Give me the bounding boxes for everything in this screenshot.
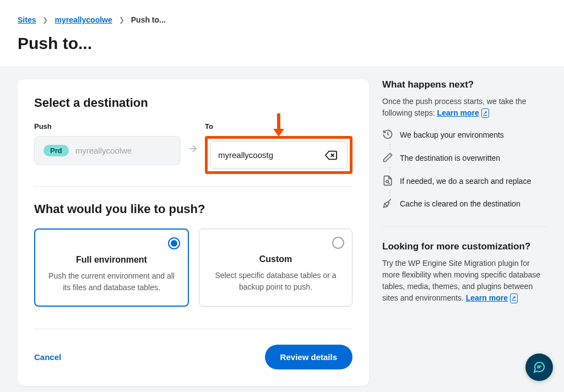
chevron-right-icon: ❯ xyxy=(119,16,124,24)
divider xyxy=(34,186,352,187)
push-label: Push xyxy=(34,122,181,130)
chevron-right-icon: ❯ xyxy=(42,16,48,24)
step-overwrite: The destination is overwritten xyxy=(382,152,546,165)
push-what-heading: What would you like to push? xyxy=(34,202,352,216)
pencil-icon xyxy=(382,152,393,165)
option-custom[interactable]: Custom Select specific database tables o… xyxy=(199,228,352,307)
what-happens-next-title: What happens next? xyxy=(382,79,546,90)
breadcrumb-current: Push to... xyxy=(131,15,166,24)
history-icon xyxy=(382,129,393,142)
customization-title: Looking for more customization? xyxy=(382,241,546,252)
option-full-title: Full environment xyxy=(48,255,175,265)
cancel-button[interactable]: Cancel xyxy=(34,352,61,362)
step-backup: We backup your environments xyxy=(382,129,546,142)
page-title: Push to... xyxy=(18,34,546,53)
chat-fab-button[interactable] xyxy=(525,353,553,381)
annotation-arrow-down-icon xyxy=(271,112,286,139)
review-details-button[interactable]: Review details xyxy=(265,345,352,369)
external-link-icon: ↗ xyxy=(510,293,518,303)
option-custom-desc: Select specific database tables or a bac… xyxy=(213,270,339,293)
source-environment-box: Prd myreallycoolwe xyxy=(34,136,181,165)
chat-icon xyxy=(533,361,546,374)
destination-heading: Select a destination xyxy=(34,96,352,110)
sidebar: What happens next? Once the push process… xyxy=(382,79,546,314)
learn-more-link-2[interactable]: Learn more ↗ xyxy=(466,292,518,304)
radio-unselected-icon xyxy=(332,237,344,249)
step-text: We backup your environments xyxy=(400,129,504,141)
divider xyxy=(382,226,546,227)
customization-desc: Try the WP Engine Site Migration plugin … xyxy=(382,258,546,304)
main-card: Select a destination Push Prd myreallyco… xyxy=(18,79,369,386)
step-text: If needed, we do a search and replace xyxy=(400,175,531,187)
breadcrumb: Sites ❯ myreallycoolwe ❯ Push to... xyxy=(18,15,546,24)
svg-line-6 xyxy=(388,182,390,184)
annotation-highlight-box xyxy=(205,136,352,174)
backspace-x-icon xyxy=(325,149,337,161)
option-full-desc: Push the current environment and all its… xyxy=(48,270,175,293)
source-env-name: myreallycoolwe xyxy=(75,146,132,155)
arrow-right-icon xyxy=(187,122,198,156)
destination-input[interactable] xyxy=(218,150,323,160)
step-text: The destination is overwritten xyxy=(400,152,500,164)
step-text: Cache is cleared on the destination xyxy=(400,198,520,210)
step-separator-dots: ⋮ xyxy=(386,165,394,175)
destination-input-wrapper[interactable] xyxy=(210,141,348,169)
step-cache-clear: Cache is cleared on the destination xyxy=(382,198,546,211)
breadcrumb-sites-link[interactable]: Sites xyxy=(18,15,36,24)
breadcrumb-site-link[interactable]: myreallycoolwe xyxy=(55,15,112,24)
file-search-icon xyxy=(382,175,393,188)
radio-selected-icon xyxy=(168,237,180,249)
clear-input-button[interactable] xyxy=(323,147,339,164)
option-full-environment[interactable]: Full environment Push the current enviro… xyxy=(34,228,189,307)
option-custom-title: Custom xyxy=(213,254,339,264)
external-link-icon: ↗ xyxy=(481,108,489,118)
step-separator-dots: ⋮ xyxy=(386,142,394,152)
learn-more-link[interactable]: Learn more ↗ xyxy=(437,107,489,119)
svg-point-5 xyxy=(386,180,388,182)
what-happens-next-desc: Once the push process starts, we take th… xyxy=(382,96,546,119)
step-separator-dots: ⋮ xyxy=(386,188,394,198)
step-search-replace: If needed, we do a search and replace xyxy=(382,175,546,188)
env-badge-prd: Prd xyxy=(44,145,69,156)
svg-marker-2 xyxy=(273,129,284,137)
broom-icon xyxy=(382,198,393,211)
